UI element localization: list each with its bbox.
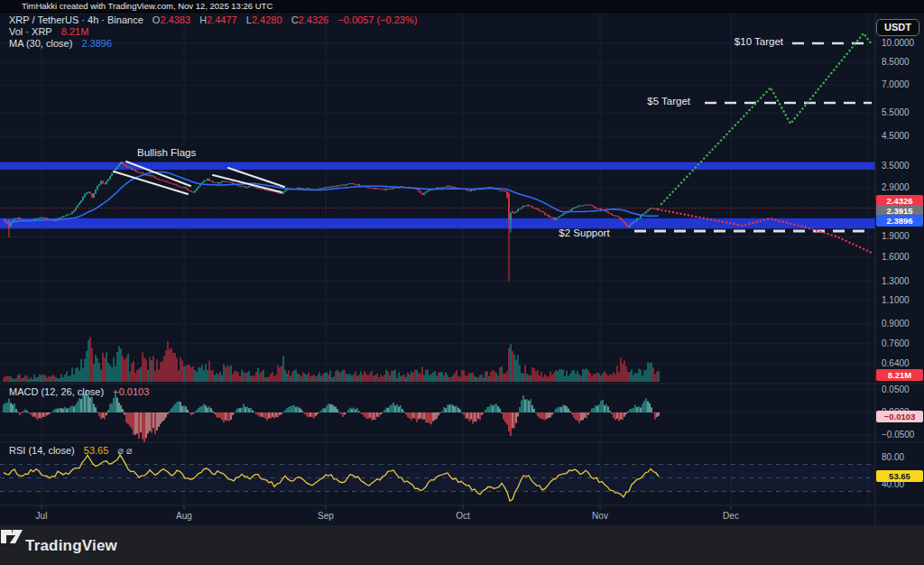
support-resistance-zones <box>0 162 875 229</box>
volume-legend-row[interactable]: Vol · XRP 8.21M <box>9 26 88 37</box>
target-lines <box>634 43 872 231</box>
tradingview-logo-icon[interactable] <box>0 526 23 546</box>
macd-legend-row[interactable]: MACD (12, 26, close) −0.0103 <box>9 386 149 397</box>
support2-annotation: $2 Support <box>541 227 627 238</box>
time-axis-month-label: Jul <box>36 511 48 521</box>
tradingview-snapshot: TimHakki created with TradingView.com, N… <box>0 0 924 565</box>
symbol-title: XRP / TetherUS · 4h · Binance <box>9 14 143 25</box>
macd-tick-label: −0.0500 <box>882 430 914 440</box>
high-label: H <box>199 14 207 25</box>
bullish-flags-annotation: Bullish Flags <box>137 147 196 158</box>
rsi-pane <box>0 455 875 501</box>
rsi-value: 53.65 <box>84 445 109 456</box>
close-value: 2.4326 <box>299 14 329 25</box>
ma-30-line <box>4 172 659 223</box>
price-tick-label: 5.5000 <box>882 107 910 117</box>
high-value: 2.4477 <box>207 14 237 25</box>
grid-lines <box>0 13 875 505</box>
time-axis-month-label: Oct <box>456 511 470 521</box>
ma-price-label: 2.3896 <box>876 215 923 227</box>
rsi-label: RSI (14, close) <box>9 445 75 456</box>
footer-bar: TradingView <box>0 526 924 565</box>
pane-separators <box>0 13 924 526</box>
currency-toggle-button[interactable]: USDT <box>876 19 919 36</box>
price-tick-label: 10.0000 <box>882 38 914 48</box>
time-axis-month-label: Aug <box>176 511 192 521</box>
volume-label: Vol · XRP <box>9 26 52 37</box>
rsi-axis-label: 53.65 <box>876 470 923 482</box>
target5-annotation: $5 Target <box>618 96 690 107</box>
ma-legend-row[interactable]: MA (30, close) 2.3896 <box>9 38 112 49</box>
close-label: C <box>291 14 299 25</box>
macd-value: −0.0103 <box>113 386 149 397</box>
price-tick-label: 4.5000 <box>882 131 910 141</box>
rsi-legend-row[interactable]: RSI (14, close) 53.65 ⌀ ⌀ <box>9 445 133 457</box>
macd-label: MACD (12, 26, close) <box>9 386 104 397</box>
time-axis-month-label: Dec <box>723 511 739 521</box>
ma-value: 2.3896 <box>81 38 112 49</box>
price-tick-label: 1.9000 <box>882 231 910 241</box>
price-tick-label: 0.7600 <box>882 338 910 348</box>
price-tick-label: 2.9000 <box>882 182 910 192</box>
price-tick-label: 0.9000 <box>882 319 910 329</box>
rsi-empty-markers: ⌀ ⌀ <box>117 445 132 456</box>
volume-value: 8.21M <box>61 26 89 37</box>
price-tick-label: 1.3000 <box>882 276 910 286</box>
rsi-tick-label: 80.00 <box>882 452 904 462</box>
price-tick-label: 1.1000 <box>882 295 910 305</box>
macd-histogram <box>3 390 659 442</box>
tradingview-logo-text[interactable]: TradingView <box>25 537 117 555</box>
open-value: 2.4383 <box>160 14 190 25</box>
price-tick-label: 1.6000 <box>882 252 910 262</box>
chart-canvas[interactable] <box>0 0 924 565</box>
price-tick-label: 8.5000 <box>882 57 910 67</box>
price-tick-label: 0.6400 <box>882 358 910 368</box>
time-axis-month-label: Sep <box>318 511 334 521</box>
low-value: 2.4280 <box>252 14 282 25</box>
ma-label: MA (30, close) <box>9 38 72 49</box>
time-axis-month-label: Nov <box>592 511 608 521</box>
target10-annotation: $10 Target <box>711 36 783 47</box>
bullish-projection-line <box>661 33 872 204</box>
price-tick-label: 3.5000 <box>882 161 910 171</box>
macd-tick-label: 0.0500 <box>882 384 910 394</box>
price-tick-label: 7.0000 <box>882 79 910 89</box>
macd-axis-label: −0.0103 <box>876 411 923 422</box>
symbol-legend-row[interactable]: XRP / TetherUS · 4h · Binance O2.4383 H2… <box>9 14 417 25</box>
change-value: −0.0057 (−0.23%) <box>337 14 417 25</box>
volume-axis-label: 8.21M <box>876 369 923 381</box>
